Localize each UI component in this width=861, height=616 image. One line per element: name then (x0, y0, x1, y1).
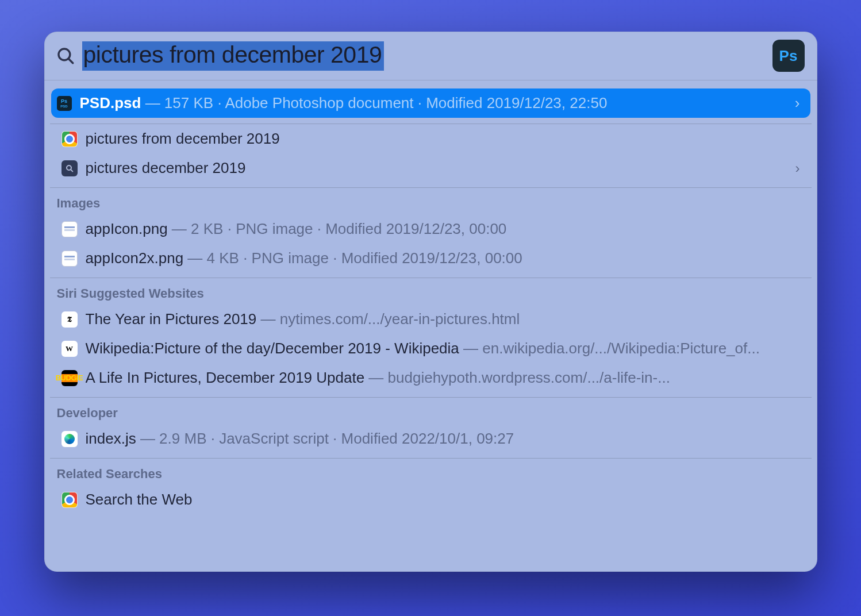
top-hit-row[interactable]: Ps PSD PSD.psd — 157 KB · Adobe Photosho… (51, 88, 810, 118)
website-row-wikipedia[interactable]: W Wikipedia:Picture of the day/December … (55, 334, 807, 363)
chevron-right-icon: › (795, 160, 800, 176)
suggestion-label: pictures from december 2019 (86, 130, 280, 148)
search-query-text: pictures from december 2019 (82, 41, 385, 71)
section-header-siri: Siri Suggested Websites (50, 278, 812, 305)
search-web-label: Search the Web (86, 491, 193, 509)
svg-line-1 (68, 59, 72, 63)
top-hit-title: PSD.psd (80, 94, 141, 112)
psd-file-icon: Ps PSD (57, 96, 72, 111)
chrome-icon (62, 492, 78, 508)
top-hit-meta: — 157 KB · Adobe Photoshop document · Mo… (141, 94, 607, 112)
image-file-row[interactable]: appIcon2x.png — 4 KB · PNG image · Modif… (55, 244, 807, 273)
section-header-developer: Developer (50, 398, 812, 424)
suggestions-group: pictures from december 2019 pictures dec… (50, 124, 812, 183)
spotlight-window: pictures from december 2019 Ps Ps PSD PS… (44, 32, 817, 572)
chrome-icon (62, 131, 78, 147)
siri-group: 𝕿 The Year in Pictures 2019 — nytimes.co… (50, 305, 812, 392)
dev-file-row[interactable]: index.js — 2.9 MB · JavaScript script · … (55, 424, 807, 453)
results-scroll[interactable]: Ps PSD PSD.psd — 157 KB · Adobe Photosho… (44, 80, 817, 572)
website-title: The Year in Pictures 2019 (86, 310, 257, 328)
file-meta: — 2 KB · PNG image · Modified 2019/12/23… (168, 220, 507, 238)
website-title: Wikipedia:Picture of the day/December 20… (86, 340, 459, 357)
edge-icon (62, 431, 78, 447)
search-icon (52, 43, 79, 69)
related-group: Search the Web (50, 485, 812, 514)
website-row-nytimes[interactable]: 𝕿 The Year in Pictures 2019 — nytimes.co… (55, 305, 807, 334)
developer-group: index.js — 2.9 MB · JavaScript script · … (50, 424, 812, 453)
suggestion-label: pictures december 2019 (86, 159, 246, 177)
chevron-right-icon: › (795, 94, 800, 112)
svg-line-3 (71, 170, 72, 171)
file-title: index.js (86, 430, 136, 448)
website-url: — en.wikipedia.org/.../Wikipedia:Picture… (459, 340, 760, 357)
search-row: pictures from december 2019 Ps (44, 32, 817, 80)
website-title: A Life In Pictures, December 2019 Update (86, 369, 365, 387)
website-url: — nytimes.com/.../year-in-pictures.html (256, 310, 520, 328)
app-badge-label: Ps (779, 47, 798, 65)
file-title: appIcon2x.png (86, 249, 184, 267)
file-title: appIcon.png (86, 220, 168, 238)
section-header-images: Images (50, 188, 812, 214)
image-file-row[interactable]: appIcon.png — 2 KB · PNG image · Modifie… (55, 214, 807, 244)
nytimes-icon: 𝕿 (62, 311, 78, 328)
photoshop-app-icon[interactable]: Ps (772, 40, 805, 72)
suggestion-row-chrome[interactable]: pictures from december 2019 (55, 124, 807, 153)
budgie-icon: BUDGIE (62, 370, 78, 386)
website-row-budgie[interactable]: BUDGIE A Life In Pictures, December 2019… (55, 363, 807, 392)
website-url: — budgiehypoth.wordpress.com/.../a-life-… (364, 369, 670, 387)
wikipedia-icon: W (62, 341, 78, 357)
magnify-icon (62, 160, 78, 176)
file-meta: — 4 KB · PNG image · Modified 2019/12/23… (183, 249, 522, 267)
section-header-related: Related Searches (50, 459, 812, 485)
search-web-row[interactable]: Search the Web (55, 485, 807, 514)
png-file-icon (62, 251, 78, 267)
png-file-icon (62, 221, 78, 237)
suggestion-row-search[interactable]: pictures december 2019 › (55, 153, 807, 183)
images-group: appIcon.png — 2 KB · PNG image · Modifie… (50, 214, 812, 273)
file-meta: — 2.9 MB · JavaScript script · Modified … (136, 430, 514, 448)
search-input[interactable]: pictures from december 2019 (82, 41, 772, 71)
